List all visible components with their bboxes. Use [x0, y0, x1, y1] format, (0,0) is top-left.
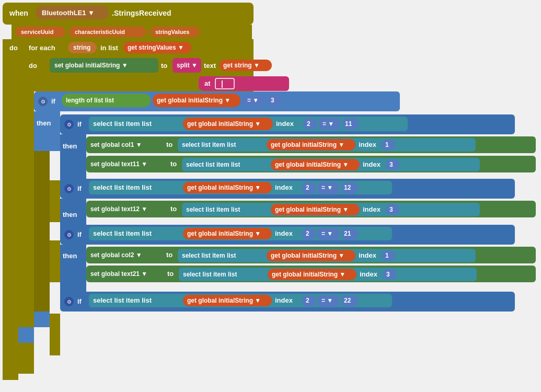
svg-text:select list item  list: select list item list: [183, 271, 237, 278]
svg-text:to: to: [170, 205, 177, 213]
svg-text:length of list  list: length of list list: [66, 97, 114, 104]
svg-text:select list item  list: select list item list: [93, 229, 152, 237]
svg-text:set  global col1 ▼: set global col1 ▼: [90, 141, 142, 148]
svg-text:get  global initialString ▼: get global initialString ▼: [275, 161, 349, 168]
svg-text:get  global initialString ▼: get global initialString ▼: [271, 141, 344, 148]
svg-text:if: if: [77, 120, 82, 128]
svg-rect-175: [200, 76, 289, 91]
svg-text:to: to: [166, 251, 172, 259]
svg-text:index: index: [359, 251, 377, 259]
svg-text:22: 22: [344, 297, 351, 304]
svg-rect-177: [215, 78, 234, 89]
svg-text:1: 1: [385, 141, 389, 148]
svg-rect-39: [50, 180, 60, 222]
svg-rect-172: [34, 312, 50, 327]
svg-text:get  stringValues ▼: get stringValues ▼: [128, 44, 184, 51]
svg-text:set  global text11 ▼: set global text11 ▼: [90, 160, 147, 168]
svg-text:index: index: [363, 205, 381, 213]
svg-text:3: 3: [271, 97, 274, 104]
svg-text:if: if: [51, 97, 56, 105]
svg-text:2: 2: [306, 184, 309, 191]
svg-text:11: 11: [345, 120, 352, 128]
svg-text:|: |: [221, 79, 223, 88]
svg-text:to: to: [161, 62, 167, 70]
svg-text:do: do: [9, 44, 18, 52]
svg-text:stringValues: stringValues: [155, 29, 189, 35]
svg-text:get  global initialString ▼: get global initialString ▼: [187, 184, 261, 191]
svg-text:⚙: ⚙: [41, 99, 45, 105]
svg-text:⚙: ⚙: [67, 186, 72, 192]
svg-rect-36: [3, 56, 18, 380]
svg-text:then: then: [63, 142, 77, 150]
svg-text:index: index: [275, 183, 293, 191]
svg-text:get  global initialString ▼: get global initialString ▼: [272, 271, 346, 278]
svg-text:get  global initialString ▼: get global initialString ▼: [275, 206, 349, 213]
svg-text:index: index: [275, 229, 293, 237]
svg-text:serviceUuid: serviceUuid: [21, 29, 53, 35]
svg-text:2: 2: [307, 120, 310, 128]
svg-text:⚙: ⚙: [67, 232, 72, 238]
svg-text:BluetoothLE1 ▼: BluetoothLE1 ▼: [42, 9, 95, 17]
svg-text:= ▼: = ▼: [321, 230, 333, 237]
svg-text:split ▼: split ▼: [177, 62, 198, 69]
svg-text:select list item  list: select list item list: [186, 206, 240, 213]
svg-text:⚙: ⚙: [67, 299, 72, 305]
svg-text:3: 3: [386, 271, 390, 278]
svg-text:select list item  list: select list item list: [182, 141, 236, 148]
svg-text:get  global initialString ▼: get global initialString ▼: [187, 120, 261, 128]
svg-text:= ▼: = ▼: [321, 297, 333, 304]
svg-text:index: index: [360, 270, 378, 278]
svg-text:for each: for each: [29, 44, 55, 52]
svg-text:if: if: [77, 230, 82, 238]
svg-rect-40: [50, 240, 60, 282]
svg-text:set global initialString ▼: set global initialString ▼: [54, 62, 128, 69]
svg-text:to: to: [170, 160, 177, 168]
svg-text:when: when: [9, 9, 28, 17]
svg-text:2: 2: [306, 297, 309, 304]
svg-text:select list item  list: select list item list: [93, 296, 152, 304]
svg-text:set  global text21 ▼: set global text21 ▼: [90, 270, 147, 278]
svg-text:get  global initialString ▼: get global initialString ▼: [187, 297, 261, 304]
svg-text:then: then: [63, 252, 77, 260]
svg-text:select list item  list: select list item list: [93, 120, 152, 128]
svg-text:12: 12: [344, 184, 351, 191]
svg-text:do: do: [29, 62, 37, 70]
svg-text:2: 2: [306, 230, 309, 237]
svg-text:get  global initialString ▼: get global initialString ▼: [271, 252, 344, 259]
svg-text:21: 21: [344, 230, 351, 237]
svg-text:to: to: [167, 270, 174, 278]
svg-text:= ▼: = ▼: [323, 120, 334, 128]
svg-text:select list item  list: select list item list: [182, 252, 236, 259]
svg-text:set  global col2 ▼: set global col2 ▼: [90, 251, 142, 259]
svg-text:then: then: [63, 211, 77, 218]
svg-text:⚙: ⚙: [67, 122, 72, 128]
svg-text:if: if: [77, 297, 82, 305]
blocks-svg: when BluetoothLE1 ▼ .StringsReceived ser…: [0, 0, 541, 392]
svg-rect-174: [3, 343, 18, 359]
svg-text:get  global initialString ▼: get global initialString ▼: [187, 230, 261, 237]
svg-rect-173: [18, 327, 34, 343]
svg-text:= ▼: = ▼: [321, 184, 333, 191]
svg-text:3: 3: [389, 161, 393, 168]
svg-text:at: at: [204, 79, 211, 87]
svg-text:= ▼: = ▼: [247, 97, 259, 104]
svg-text:then: then: [37, 119, 51, 127]
svg-text:set  global text12 ▼: set global text12 ▼: [90, 205, 147, 213]
svg-text:if: if: [77, 185, 82, 192]
svg-rect-41: [50, 314, 60, 355]
svg-text:text: text: [204, 62, 216, 70]
svg-rect-54: [34, 111, 60, 151]
svg-text:to: to: [166, 141, 172, 148]
svg-text:in list: in list: [100, 44, 119, 52]
svg-text:get  string ▼: get string ▼: [223, 62, 260, 69]
svg-text:string: string: [73, 44, 90, 51]
svg-text:characteristicUuid: characteristicUuid: [75, 29, 125, 35]
svg-text:select list item  list: select list item list: [186, 161, 240, 168]
svg-text:3: 3: [389, 206, 393, 213]
svg-text:index: index: [275, 296, 293, 304]
svg-text:index: index: [276, 120, 294, 128]
svg-text:index: index: [359, 141, 377, 148]
svg-text:.StringsReceived: .StringsReceived: [112, 9, 171, 17]
svg-text:index: index: [363, 160, 381, 168]
canvas: when BluetoothLE1 ▼ .StringsReceived ser…: [0, 0, 541, 392]
